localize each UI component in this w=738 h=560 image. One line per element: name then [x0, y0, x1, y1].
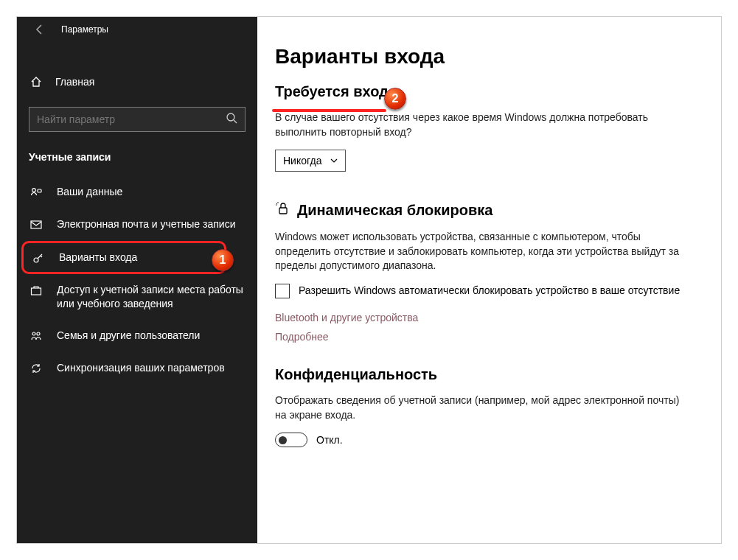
person-badge-icon — [29, 185, 43, 198]
briefcase-icon — [29, 283, 43, 296]
back-button[interactable] — [29, 18, 51, 41]
sidebar-item-sync[interactable]: Синхронизация ваших параметров — [17, 352, 257, 385]
titlebar: Параметры — [17, 17, 257, 42]
key-icon — [31, 251, 46, 264]
sidebar-item-label: Синхронизация ваших параметров — [57, 361, 225, 375]
settings-window: Параметры Главная Учетные записи Ваши да… — [16, 16, 722, 544]
chevron-down-icon — [330, 155, 338, 167]
search-box[interactable] — [29, 107, 246, 132]
annotation-marker-1: 1 — [212, 249, 234, 271]
category-title: Учетные записи — [17, 132, 257, 176]
content-area: Варианты входа Требуется вход В случае в… — [257, 17, 721, 543]
select-value: Никогда — [283, 155, 321, 167]
sidebar-item-your-info[interactable]: Ваши данные — [17, 176, 257, 209]
checkbox-label: Разрешить Windows автоматически блокиров… — [299, 284, 680, 298]
sidebar-item-label: Варианты входа — [59, 251, 137, 265]
svg-rect-10 — [32, 288, 41, 295]
require-signin-select[interactable]: Никогда — [275, 150, 346, 172]
nav-list: Ваши данные Электронная почта и учетные … — [17, 176, 257, 385]
window-title: Параметры — [61, 24, 108, 35]
require-signin-question: В случае вашего отсутствия через какое в… — [275, 111, 688, 139]
lock-sparkle-icon — [275, 201, 290, 220]
sidebar-item-label: Доступ к учетной записи места работы или… — [57, 283, 247, 311]
home-nav[interactable]: Главная — [17, 67, 257, 97]
annotation-underline — [272, 109, 386, 112]
toggle-label: Откл. — [316, 434, 343, 446]
sidebar-item-work-school[interactable]: Доступ к учетной записи места работы или… — [17, 274, 257, 320]
sidebar-item-family[interactable]: Семья и другие пользователи — [17, 320, 257, 352]
home-icon — [29, 76, 43, 88]
sync-icon — [29, 361, 43, 374]
svg-rect-8 — [31, 221, 41, 228]
svg-line-5 — [234, 120, 237, 123]
sidebar-item-label: Ваши данные — [57, 185, 122, 199]
annotation-marker-2: 2 — [384, 88, 406, 110]
search-icon — [226, 112, 237, 127]
sidebar: Параметры Главная Учетные записи Ваши да… — [17, 17, 257, 543]
privacy-desc: Отображать сведения об учетной записи (н… — [275, 393, 688, 422]
require-signin-heading: Требуется вход — [275, 83, 703, 100]
family-icon — [29, 329, 43, 342]
dynamic-lock-desc: Windows может использовать устройства, с… — [275, 230, 688, 273]
checkbox[interactable] — [275, 284, 290, 298]
mail-icon — [29, 217, 43, 231]
home-label: Главная — [55, 76, 94, 88]
sidebar-item-label: Семья и другие пользователи — [57, 329, 200, 343]
dynamic-lock-heading-row: Динамическая блокировка — [275, 201, 703, 220]
dynamic-lock-heading: Динамическая блокировка — [297, 202, 492, 219]
svg-point-4 — [227, 113, 234, 121]
svg-point-6 — [32, 189, 36, 192]
svg-rect-13 — [279, 208, 287, 214]
svg-rect-7 — [38, 189, 41, 192]
sidebar-item-label: Электронная почта и учетные записи — [57, 217, 235, 231]
svg-point-11 — [32, 332, 35, 335]
privacy-toggle-row: Откл. — [275, 433, 703, 447]
privacy-toggle[interactable] — [275, 433, 307, 447]
page-title: Варианты входа — [275, 45, 703, 69]
search-input[interactable] — [37, 113, 226, 125]
svg-point-12 — [37, 332, 40, 335]
sidebar-item-sign-in-options[interactable]: Варианты входа — [21, 241, 226, 274]
privacy-heading: Конфиденциальность — [275, 366, 703, 383]
bluetooth-link[interactable]: Bluetooth и другие устройства — [275, 312, 703, 323]
sidebar-item-email-accounts[interactable]: Электронная почта и учетные записи — [17, 209, 257, 241]
dynamic-lock-checkbox-row[interactable]: Разрешить Windows автоматически блокиров… — [275, 284, 688, 298]
learn-more-link[interactable]: Подробнее — [275, 331, 703, 343]
